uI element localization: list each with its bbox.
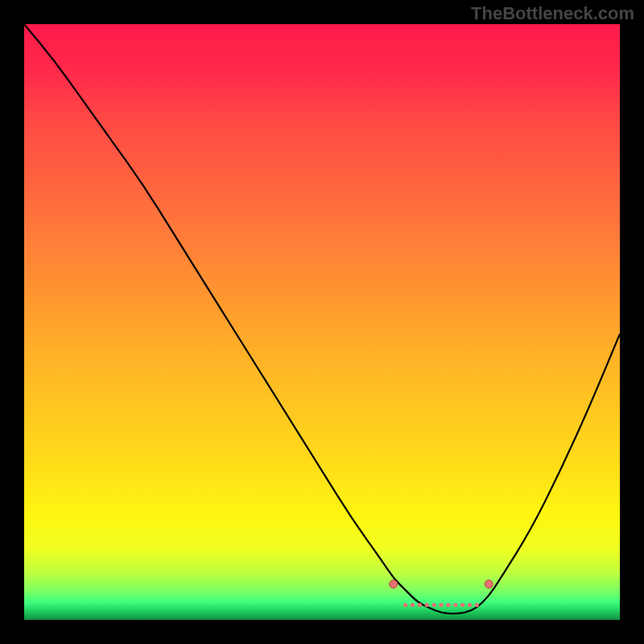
optimal-band-dot bbox=[468, 603, 472, 607]
optimal-band-dot bbox=[439, 603, 443, 607]
band-marker-right bbox=[485, 580, 493, 588]
optimal-band-dot bbox=[403, 603, 407, 607]
band-marker-left bbox=[390, 580, 398, 588]
optimal-band-dot bbox=[460, 603, 464, 607]
optimal-band-dot bbox=[453, 603, 457, 607]
optimal-band-dots bbox=[403, 603, 479, 607]
plot-area bbox=[24, 24, 620, 620]
curve-layer bbox=[24, 24, 620, 620]
optimal-band-dot bbox=[411, 603, 415, 607]
watermark-text: TheBottleneck.com bbox=[471, 3, 634, 24]
optimal-band-dot bbox=[475, 603, 479, 607]
bottleneck-curve bbox=[24, 24, 620, 613]
optimal-band-dot bbox=[425, 603, 429, 607]
optimal-band-dot bbox=[446, 603, 450, 607]
optimal-band-dot bbox=[432, 603, 436, 607]
optimal-band-dot bbox=[418, 603, 422, 607]
